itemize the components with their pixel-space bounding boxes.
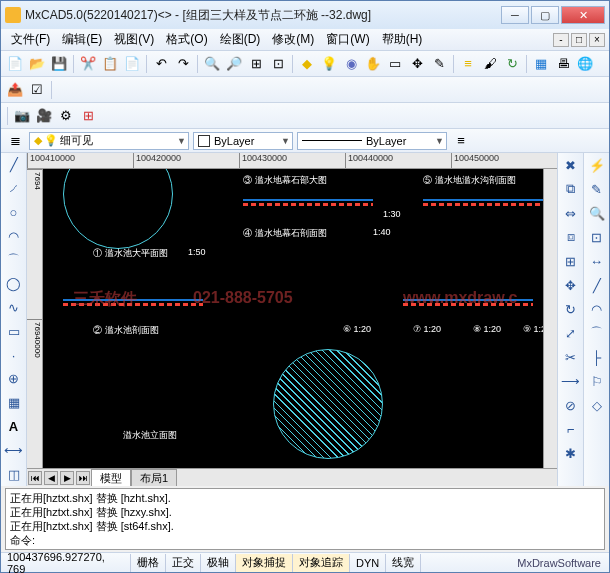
new-icon[interactable]: 📄 [5, 54, 25, 74]
line-icon[interactable]: ╱ [4, 155, 24, 175]
spline-icon[interactable]: ∿ [4, 298, 24, 318]
open-icon[interactable]: 📂 [27, 54, 47, 74]
explode-icon[interactable]: ✱ [561, 443, 581, 463]
array-icon[interactable]: ⊞ [561, 251, 581, 271]
save-icon[interactable]: 💾 [49, 54, 69, 74]
menu-format[interactable]: 格式(O) [160, 29, 213, 50]
align-icon[interactable]: ⊡ [587, 227, 607, 247]
layer-manager-icon[interactable]: ≣ [5, 131, 25, 151]
copy2-icon[interactable]: ⧉ [561, 179, 581, 199]
move-icon[interactable]: ✥ [407, 54, 427, 74]
status-otrack[interactable]: 对象追踪 [293, 554, 350, 572]
ruler-vertical[interactable]: 7694 76940000 [27, 169, 43, 468]
circle-icon[interactable]: ○ [4, 203, 24, 223]
scrollbar-vertical[interactable] [543, 169, 557, 468]
maximize-button[interactable]: ▢ [531, 6, 559, 24]
menu-file[interactable]: 文件(F) [5, 29, 56, 50]
scrollbar-horizontal[interactable] [181, 471, 557, 485]
linetype-manager-icon[interactable]: ≡ [451, 131, 471, 151]
menu-window[interactable]: 窗口(W) [320, 29, 375, 50]
minimize-button[interactable]: ─ [501, 6, 529, 24]
settings-icon[interactable]: ⚙ [56, 106, 76, 126]
color-icon[interactable]: ◉ [341, 54, 361, 74]
move2-icon[interactable]: ✥ [561, 275, 581, 295]
status-osnap[interactable]: 对象捕捉 [236, 554, 293, 572]
point-icon[interactable]: · [4, 345, 24, 365]
status-polar[interactable]: 极轴 [201, 554, 236, 572]
copy-icon[interactable]: 📋 [100, 54, 120, 74]
chamfer-icon[interactable]: ╱ [587, 275, 607, 295]
tab-next-icon[interactable]: ▶ [60, 471, 74, 485]
dimension-icon[interactable]: ⟷ [4, 440, 24, 460]
flag-icon[interactable]: ⚐ [587, 371, 607, 391]
zoom2-icon[interactable]: 🔍 [587, 203, 607, 223]
pan-icon[interactable]: ✋ [363, 54, 383, 74]
block-make-icon[interactable]: ◫ [4, 464, 24, 484]
mirror-icon[interactable]: ⇔ [561, 203, 581, 223]
fillet-icon[interactable]: ⌐ [561, 419, 581, 439]
hatch-icon[interactable]: ▦ [4, 393, 24, 413]
erase-icon[interactable]: ✖ [561, 155, 581, 175]
status-ortho[interactable]: 正交 [166, 554, 201, 572]
arc-icon[interactable]: ◠ [4, 226, 24, 246]
brush-icon[interactable]: 🖌 [480, 54, 500, 74]
tab-model[interactable]: 模型 [91, 469, 131, 486]
match-icon[interactable]: ✎ [587, 179, 607, 199]
lightbulb-icon[interactable]: 💡 [319, 54, 339, 74]
layer-icon[interactable]: ◆ [297, 54, 317, 74]
mdi-restore[interactable]: □ [571, 33, 587, 47]
mdi-minimize[interactable]: - [553, 33, 569, 47]
offset-icon[interactable]: ⧈ [561, 227, 581, 247]
break-icon[interactable]: ⊘ [561, 395, 581, 415]
color-dropdown[interactable]: ByLayer ▼ [193, 132, 293, 150]
menu-edit[interactable]: 编辑(E) [56, 29, 108, 50]
scale-icon[interactable]: ⤢ [561, 323, 581, 343]
paste-icon[interactable]: 📄 [122, 54, 142, 74]
diamond-icon[interactable]: ◇ [587, 395, 607, 415]
menu-draw[interactable]: 绘图(D) [214, 29, 267, 50]
cut-icon[interactable]: ✂️ [78, 54, 98, 74]
block-icon[interactable]: ▦ [531, 54, 551, 74]
print-icon[interactable]: 🖶 [553, 54, 573, 74]
export-icon[interactable]: 📤 [5, 80, 25, 100]
drawing-canvas[interactable]: ③ 滥水地幕石部大图 1:30 ⑤ 滥水地滥水沟剖面图 ④ 滥水地幕石剖面图 1… [43, 169, 543, 468]
linetype-dropdown[interactable]: ByLayer ▼ [297, 132, 447, 150]
lines-icon[interactable]: ≡ [458, 54, 478, 74]
tab-layout1[interactable]: 布局1 [131, 469, 177, 486]
modify-icon[interactable]: ⚡ [587, 155, 607, 175]
select-icon[interactable]: ▭ [385, 54, 405, 74]
menu-help[interactable]: 帮助(H) [376, 29, 429, 50]
mdi-close[interactable]: × [589, 33, 605, 47]
trim-icon[interactable]: ✂ [561, 347, 581, 367]
rotate-icon[interactable]: ↻ [561, 299, 581, 319]
ruler-horizontal[interactable]: 100410000 100420000 100430000 100440000 … [27, 153, 557, 169]
refresh-icon[interactable]: ↻ [502, 54, 522, 74]
titlebar[interactable]: MxCAD5.0(5220140217)<> - [组团三大样及节点二环施 --… [1, 1, 609, 29]
dim-icon[interactable]: ├ [587, 347, 607, 367]
edit-icon[interactable]: ✎ [429, 54, 449, 74]
camera-icon[interactable]: 📷 [12, 106, 32, 126]
zoom-out-icon[interactable]: 🔎 [224, 54, 244, 74]
status-snap[interactable]: 栅格 [131, 554, 166, 572]
arc2-icon[interactable]: ⌒ [4, 250, 24, 270]
zoom-in-icon[interactable]: 🔍 [202, 54, 222, 74]
tab-last-icon[interactable]: ⏭ [76, 471, 90, 485]
ellipse-icon[interactable]: ◯ [4, 274, 24, 294]
text-icon[interactable]: A [4, 417, 24, 437]
grid-icon[interactable]: ⊞ [78, 106, 98, 126]
stretch-icon[interactable]: ↔ [587, 251, 607, 271]
video-icon[interactable]: 🎥 [34, 106, 54, 126]
redo-icon[interactable]: ↷ [173, 54, 193, 74]
undo-icon[interactable]: ↶ [151, 54, 171, 74]
command-window[interactable]: 正在用[hztxt.shx] 替换 [hzht.shx]. 正在用[hztxt.… [5, 488, 605, 550]
insert-icon[interactable]: ⊕ [4, 369, 24, 389]
status-dyn[interactable]: DYN [350, 554, 386, 572]
extend-icon[interactable]: ⟶ [561, 371, 581, 391]
rectangle-icon[interactable]: ▭ [4, 321, 24, 341]
zoom-window-icon[interactable]: ⊞ [246, 54, 266, 74]
layer-dropdown[interactable]: ◆ 💡 细可见 ▼ [29, 132, 189, 150]
menu-view[interactable]: 视图(V) [108, 29, 160, 50]
menu-modify[interactable]: 修改(M) [266, 29, 320, 50]
tab-prev-icon[interactable]: ◀ [44, 471, 58, 485]
status-lwt[interactable]: 线宽 [386, 554, 421, 572]
